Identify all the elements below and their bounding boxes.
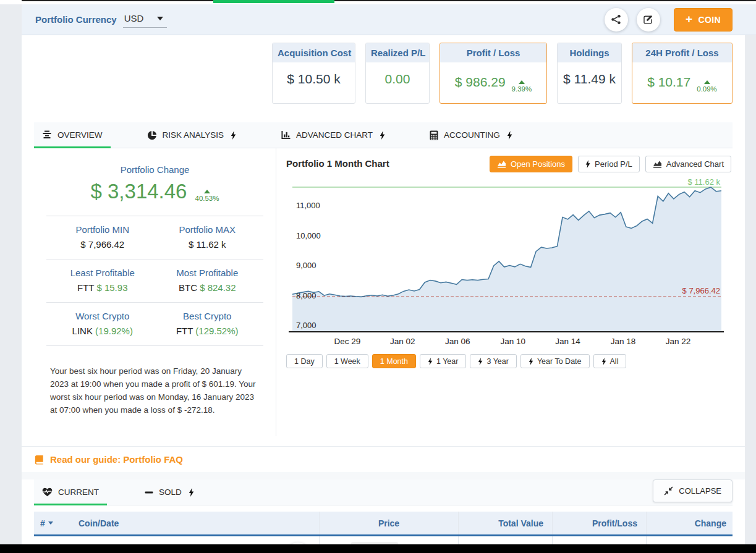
- open-positions-button[interactable]: Open Positions: [490, 156, 572, 172]
- bolt-icon: [428, 358, 433, 365]
- stat-value: $ 10.50 k: [287, 72, 340, 87]
- svg-text:$ 7,966.42: $ 7,966.42: [682, 286, 720, 295]
- portfolio-change-label: Portfolio Change: [50, 164, 260, 175]
- bolt-icon: [585, 160, 590, 168]
- period-pl-button[interactable]: Period P/L: [578, 156, 640, 172]
- tab-advanced-chart[interactable]: ADVANCED CHART: [273, 122, 393, 148]
- topbar-actions: + COIN: [605, 8, 733, 32]
- column-index[interactable]: #: [34, 512, 71, 534]
- topbar: Portfolio Currency USD + COIN: [22, 4, 756, 35]
- portfolio-change-value: $ 3,314.46: [91, 180, 187, 203]
- currency-value: USD: [124, 13, 144, 23]
- bolt-icon: [601, 358, 606, 365]
- chevron-down-icon: [157, 17, 163, 20]
- column-coin-date[interactable]: Coin/Date: [71, 512, 319, 534]
- portfolio-currency: Portfolio Currency USD: [35, 11, 167, 28]
- tab-label: OVERVIEW: [57, 130, 103, 140]
- stats-row: Acquisition Cost $ 10.50 k Realized P/L …: [34, 35, 733, 104]
- tab-overview[interactable]: OVERVIEW: [34, 122, 111, 148]
- stat-value: $ 10.17: [647, 75, 690, 90]
- tab-risk-analysis[interactable]: RISK ANALYSIS: [139, 122, 245, 148]
- minus-icon: [145, 488, 153, 497]
- range-1-day[interactable]: 1 Day: [286, 354, 323, 368]
- tab-current[interactable]: CURRENT: [34, 479, 107, 505]
- arrow-up-icon: [204, 190, 210, 193]
- svg-text:11,000: 11,000: [296, 201, 320, 210]
- chart-title: Portfolio 1 Month Chart: [286, 158, 389, 169]
- bolt-icon: [507, 131, 512, 140]
- bolt-icon: [231, 131, 236, 140]
- range-year-to-date[interactable]: Year To Date: [520, 354, 590, 368]
- bolt-icon: [189, 488, 194, 497]
- add-coin-label: COIN: [698, 15, 721, 25]
- top-strip: [0, 0, 756, 4]
- share-button[interactable]: [605, 8, 628, 32]
- faq-link-label: Read our guide: Portfolio FAQ: [50, 454, 183, 465]
- range-3-year[interactable]: 3 Year: [470, 354, 516, 368]
- stat-label: 24H Profit / Loss: [632, 43, 732, 62]
- portfolio-faq-link[interactable]: Read our guide: Portfolio FAQ: [22, 446, 745, 472]
- svg-text:Dec 29: Dec 29: [334, 337, 360, 346]
- divider: [46, 345, 263, 346]
- collapse-button[interactable]: COLLAPSE: [653, 479, 733, 502]
- stat-card-acquisition-cost: Acquisition Cost $ 10.50 k: [272, 43, 355, 104]
- plus-icon: +: [686, 13, 693, 25]
- stat-label: Realized P/L: [366, 43, 429, 62]
- worst-crypto: Worst Crypto LINK (19.92%): [50, 311, 155, 336]
- share-icon: [611, 14, 621, 25]
- advanced-chart-button[interactable]: Advanced Chart: [645, 156, 731, 172]
- arrow-up-icon: [704, 80, 710, 84]
- sort-caret-icon: [48, 521, 53, 525]
- area-chart-icon: [653, 160, 662, 168]
- tab-accounting[interactable]: ACCOUNTING: [422, 122, 520, 148]
- portfolio-min: Portfolio MIN $ 7,966.42: [50, 224, 155, 250]
- column-total-value[interactable]: Total Value: [458, 512, 552, 534]
- book-icon: [35, 455, 44, 465]
- range-all[interactable]: All: [593, 354, 627, 368]
- section-gap: [22, 472, 745, 479]
- bolt-icon: [478, 358, 483, 365]
- bolt-icon: [529, 358, 533, 365]
- stat-card-24h-profit-loss: 24H Profit / Loss $ 10.17 0.09%: [632, 43, 733, 104]
- holdings-bar: CURRENT SOLD COLLAPSE: [34, 479, 733, 505]
- bar-chart-icon: [281, 130, 291, 140]
- currency-select[interactable]: USD: [123, 11, 168, 28]
- main-content: Acquisition Cost $ 10.50 k Realized P/L …: [22, 35, 745, 553]
- stat-label: Acquisition Cost: [273, 43, 355, 62]
- range-1-year[interactable]: 1 Year: [420, 354, 466, 368]
- stat-card-holdings: Holdings $ 11.49 k: [557, 43, 622, 104]
- best-crypto: Best Crypto FTT (129.52%): [155, 311, 260, 336]
- most-profitable: Most Profitable BTC $ 824.32: [155, 268, 260, 293]
- screenshot-bottom-edge: [0, 544, 756, 553]
- collapse-label: COLLAPSE: [679, 486, 721, 496]
- svg-text:8,000: 8,000: [296, 291, 316, 300]
- column-change[interactable]: Change: [646, 512, 733, 534]
- edit-portfolio-button[interactable]: [637, 8, 660, 32]
- stat-label: Profit / Loss: [440, 43, 546, 62]
- portfolio-chart-svg[interactable]: $ 11.62 k$ 7,966.427,0008,0009,00010,000…: [286, 176, 726, 353]
- portfolio-max: Portfolio MAX $ 11.62 k: [155, 224, 260, 250]
- button-label: Advanced Chart: [666, 159, 724, 169]
- tab-label: ACCOUNTING: [444, 130, 500, 140]
- performance-summary: Your best six hour period was on Friday,…: [50, 355, 260, 423]
- button-label: Open Positions: [511, 159, 565, 169]
- stat-label: Holdings: [558, 43, 621, 62]
- column-profit-loss[interactable]: Profit/Loss: [552, 512, 646, 534]
- svg-text:9,000: 9,000: [296, 261, 316, 270]
- svg-text:Jan 18: Jan 18: [611, 337, 636, 346]
- range-1-month[interactable]: 1 Month: [372, 354, 416, 368]
- tab-sold[interactable]: SOLD: [137, 479, 202, 505]
- svg-text:$ 11.62 k: $ 11.62 k: [687, 177, 720, 187]
- portfolio-change-pct: 40.53%: [195, 190, 219, 202]
- add-coin-button[interactable]: + COIN: [674, 8, 733, 32]
- pie-chart-icon: [147, 130, 157, 140]
- stat-card-profit-loss: Profit / Loss $ 986.29 9.39%: [440, 43, 547, 104]
- column-price[interactable]: Price: [319, 512, 458, 534]
- tab-label: SOLD: [159, 488, 182, 497]
- tab-label: ADVANCED CHART: [296, 130, 373, 140]
- range-1-week[interactable]: 1 Week: [326, 354, 368, 368]
- overview-content: Portfolio Change $ 3,314.46 40.53% Portf…: [34, 148, 733, 436]
- arrow-up-icon: [519, 80, 525, 84]
- area-chart-icon: [497, 160, 506, 168]
- holdings-table-header: # Coin/Date Price Total Value Profit/Los…: [34, 512, 733, 536]
